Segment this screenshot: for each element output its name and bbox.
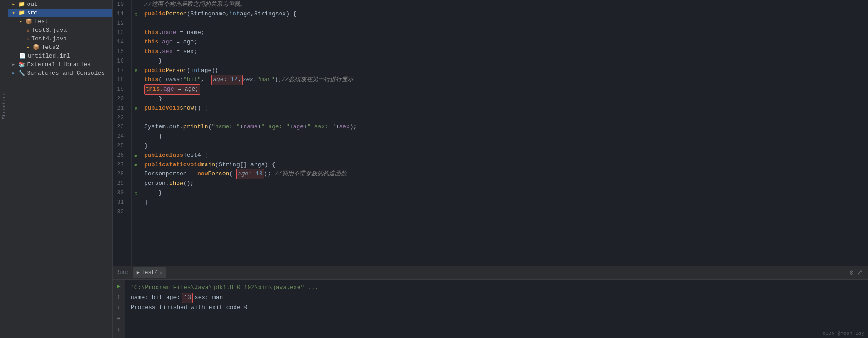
code-line-17: public Person(int age){: [144, 66, 864, 76]
gutter-row-14[interactable]: [132, 38, 141, 47]
tree-item-untitled.iml[interactable]: 📄untitled.iml: [8, 52, 112, 60]
gutter-row-10[interactable]: [132, 0, 141, 10]
run-toolbar: ▶ ↑ ↓ ≡ ↓: [113, 280, 125, 338]
line-number-11: 11: [113, 10, 128, 19]
code-line-28: Person person = new Person( age: 13); //…: [144, 169, 864, 179]
gutter-row-13[interactable]: [132, 28, 141, 38]
run-play-btn[interactable]: ▶: [114, 281, 123, 290]
code-line-14: this.age = age;: [144, 38, 864, 47]
expand-icon[interactable]: ⤢: [857, 269, 863, 276]
structure-panel: Structure: [0, 0, 8, 338]
gutter-row-18[interactable]: [132, 75, 141, 85]
tree-item-src[interactable]: ▾ 📁src: [8, 9, 112, 17]
run-scroll-btn[interactable]: ↓: [114, 325, 123, 334]
tree-label: src: [27, 10, 37, 16]
tree-item-out[interactable]: ▸ 📁out: [8, 0, 112, 9]
tree-item-External-Libraries[interactable]: ▸ 📚External Libraries: [8, 60, 112, 69]
run-output: "C:\Program Files\Java\jdk1.8.0_192\bin\…: [125, 280, 868, 338]
line-number-25: 25: [113, 141, 128, 151]
code-line-27: public static void main(String[] args) {: [144, 160, 864, 170]
tree-label: Test4.java: [31, 35, 67, 42]
code-line-13: this.name = name;: [144, 28, 864, 38]
gutter-row-31[interactable]: [132, 198, 141, 208]
code-line-30: }: [144, 188, 864, 198]
code-line-11: public Person(String name,int age,String…: [144, 10, 864, 19]
run-output-name: name: bit age:: [131, 293, 180, 303]
settings-icon[interactable]: ⚙: [850, 269, 853, 276]
gutter-row-12[interactable]: [132, 19, 141, 29]
code-line-10: //这两个构造函数之间的关系为重载。: [144, 0, 864, 10]
code-line-23: System.out.println("name: "+name+" age: …: [144, 122, 864, 132]
run-up-btn[interactable]: ↑: [114, 292, 123, 301]
tree-icon: ▸ 📚: [12, 61, 25, 68]
line-number-18: 18: [113, 75, 128, 85]
gutter-row-32[interactable]: [132, 208, 141, 217]
tree-icon: ☕: [26, 27, 29, 34]
code-line-20: }: [144, 94, 864, 104]
gutter-row-30[interactable]: ⊖: [132, 188, 141, 198]
run-process-finished: Process finished with exit code 0: [131, 303, 247, 313]
line-number-13: 13: [113, 28, 128, 38]
line-number-28: 28: [113, 169, 128, 179]
tree-item-Test4.java[interactable]: ☕Test4.java: [8, 34, 112, 43]
gutter-row-25[interactable]: [132, 141, 141, 151]
run-label: Run:: [116, 270, 129, 276]
code-line-29: person.show();: [144, 179, 864, 188]
code-line-19: this.age = age;: [144, 85, 864, 94]
gutter-row-24[interactable]: [132, 132, 141, 141]
tree-item-Test3.java[interactable]: ☕Test3.java: [8, 26, 112, 34]
run-tab[interactable]: ▶ Test4 ✕: [133, 267, 166, 278]
gutter-row-16[interactable]: [132, 57, 141, 66]
code-line-32: [144, 208, 864, 217]
tree-icon: ▸ 🔧: [12, 70, 25, 77]
gutter: ⊖⊖⊖▶▶⊖: [132, 0, 141, 266]
tree-label: External Libraries: [27, 61, 90, 68]
file-tree: ▸ 📁out▾ 📁src▸ 📦Test☕Test3.java☕Test4.jav…: [8, 0, 113, 338]
gutter-row-19[interactable]: [132, 85, 141, 94]
gutter-row-20[interactable]: [132, 94, 141, 104]
line-number-26: 26: [113, 151, 128, 160]
tree-label: Test: [34, 18, 48, 25]
gutter-row-15[interactable]: [132, 47, 141, 57]
run-output-sex: sex: man: [195, 293, 223, 303]
tree-icon: ▸ 📦: [26, 44, 39, 51]
gutter-row-28[interactable]: [132, 169, 141, 179]
structure-tab[interactable]: Structure: [0, 91, 8, 121]
line-number-12: 12: [113, 19, 128, 29]
code-line-21: public void show() {: [144, 104, 864, 113]
tree-item-Test[interactable]: ▸ 📦Test: [8, 17, 112, 26]
code-line-31: }: [144, 198, 864, 208]
run-tab-close[interactable]: ✕: [160, 270, 162, 275]
code-line-24: }: [144, 132, 864, 141]
run-down-btn[interactable]: ↓: [114, 303, 123, 312]
line-number-22: 22: [113, 113, 128, 123]
run-panel: Run: ▶ Test4 ✕ ⚙ ⤢ ▶ ↑ ↓ ≡ ↓ "C:\Program…: [113, 266, 868, 338]
line-number-32: 32: [113, 208, 128, 217]
gutter-row-26[interactable]: ▶: [132, 151, 141, 160]
editor-area: 1011121314151617181920212223242526272829…: [113, 0, 868, 338]
line-number-23: 23: [113, 122, 128, 132]
line-number-19: 19: [113, 85, 128, 94]
gutter-row-22[interactable]: [132, 113, 141, 123]
gutter-row-11[interactable]: ⊖: [132, 10, 141, 19]
code-content[interactable]: //这两个构造函数之间的关系为重载。 public Person(String …: [141, 0, 868, 266]
line-number-31: 31: [113, 198, 128, 208]
tree-icon: ▾ 📁: [12, 10, 25, 16]
tree-label: Scratches and Consoles: [27, 70, 105, 77]
gutter-row-23[interactable]: [132, 122, 141, 132]
run-tab-icon: ▶: [137, 269, 140, 276]
gutter-row-27[interactable]: ▶: [132, 160, 141, 170]
tree-item-Scratches-and-Consoles[interactable]: ▸ 🔧Scratches and Consoles: [8, 69, 112, 77]
gutter-row-17[interactable]: ⊖: [132, 66, 141, 76]
run-tab-name: Test4: [142, 270, 158, 276]
run-wrap-btn[interactable]: ≡: [114, 314, 123, 323]
tree-item-Tets2[interactable]: ▸ 📦Tets2: [8, 43, 112, 52]
line-number-20: 20: [113, 94, 128, 104]
line-number-14: 14: [113, 38, 128, 47]
gutter-row-21[interactable]: ⊖: [132, 104, 141, 113]
line-number-30: 30: [113, 188, 128, 198]
tree-label: Test3.java: [31, 27, 67, 34]
code-editor: 1011121314151617181920212223242526272829…: [113, 0, 868, 266]
tree-icon: ▸ 📁: [12, 1, 25, 8]
gutter-row-29[interactable]: [132, 179, 141, 188]
